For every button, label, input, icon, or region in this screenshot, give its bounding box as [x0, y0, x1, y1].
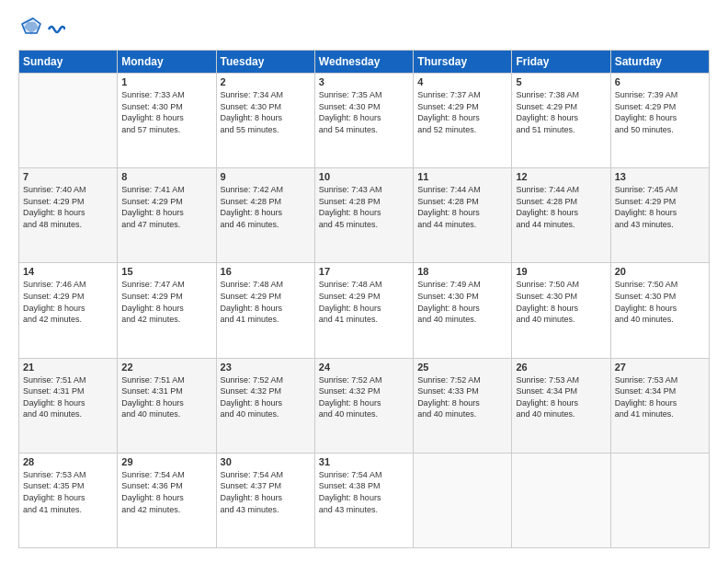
day-number: 23 — [221, 362, 311, 373]
day-cell: 13Sunrise: 7:45 AM Sunset: 4:29 PM Dayli… — [610, 168, 709, 263]
day-number: 9 — [221, 171, 311, 182]
day-info: Sunrise: 7:50 AM Sunset: 4:30 PM Dayligh… — [615, 279, 705, 325]
day-info: Sunrise: 7:48 AM Sunset: 4:29 PM Dayligh… — [319, 279, 409, 325]
day-number: 10 — [319, 171, 409, 182]
week-row-3: 14Sunrise: 7:46 AM Sunset: 4:29 PM Dayli… — [19, 263, 710, 358]
day-cell: 2Sunrise: 7:34 AM Sunset: 4:30 PM Daylig… — [216, 74, 314, 168]
header — [18, 15, 710, 40]
calendar-table: SundayMondayTuesdayWednesdayThursdayFrid… — [18, 50, 710, 548]
day-info: Sunrise: 7:52 AM Sunset: 4:32 PM Dayligh… — [221, 374, 311, 420]
week-row-5: 28Sunrise: 7:53 AM Sunset: 4:35 PM Dayli… — [19, 453, 710, 547]
day-number: 17 — [319, 266, 409, 277]
day-cell: 1Sunrise: 7:33 AM Sunset: 4:30 PM Daylig… — [118, 74, 216, 168]
day-info: Sunrise: 7:51 AM Sunset: 4:31 PM Dayligh… — [23, 374, 113, 420]
day-cell: 21Sunrise: 7:51 AM Sunset: 4:31 PM Dayli… — [19, 358, 118, 453]
day-number: 30 — [221, 456, 311, 467]
day-number: 6 — [615, 76, 705, 87]
week-row-4: 21Sunrise: 7:51 AM Sunset: 4:31 PM Dayli… — [19, 358, 710, 453]
day-cell: 3Sunrise: 7:35 AM Sunset: 4:30 PM Daylig… — [314, 74, 413, 168]
day-info: Sunrise: 7:50 AM Sunset: 4:30 PM Dayligh… — [516, 279, 606, 325]
day-number: 3 — [319, 76, 409, 87]
day-cell: 22Sunrise: 7:51 AM Sunset: 4:31 PM Dayli… — [118, 358, 216, 453]
day-number: 31 — [319, 456, 409, 467]
day-number: 19 — [516, 266, 606, 277]
header-row: SundayMondayTuesdayWednesdayThursdayFrid… — [19, 51, 710, 74]
day-number: 18 — [417, 266, 507, 277]
day-info: Sunrise: 7:47 AM Sunset: 4:29 PM Dayligh… — [121, 279, 211, 325]
day-header-saturday: Saturday — [610, 51, 709, 74]
day-number: 15 — [121, 266, 211, 277]
day-number: 8 — [121, 171, 211, 182]
day-cell: 7Sunrise: 7:40 AM Sunset: 4:29 PM Daylig… — [19, 168, 118, 263]
logo-wave-icon — [47, 22, 65, 37]
day-number: 22 — [121, 362, 211, 373]
week-row-1: 1Sunrise: 7:33 AM Sunset: 4:30 PM Daylig… — [19, 74, 710, 168]
day-header-monday: Monday — [118, 51, 216, 74]
day-info: Sunrise: 7:42 AM Sunset: 4:28 PM Dayligh… — [221, 184, 311, 230]
day-number: 24 — [319, 362, 409, 373]
day-info: Sunrise: 7:37 AM Sunset: 4:29 PM Dayligh… — [417, 89, 507, 135]
day-cell: 31Sunrise: 7:54 AM Sunset: 4:38 PM Dayli… — [314, 453, 413, 547]
day-number: 20 — [615, 266, 705, 277]
day-cell: 15Sunrise: 7:47 AM Sunset: 4:29 PM Dayli… — [118, 263, 216, 358]
day-info: Sunrise: 7:54 AM Sunset: 4:38 PM Dayligh… — [319, 469, 409, 515]
day-info: Sunrise: 7:52 AM Sunset: 4:33 PM Dayligh… — [417, 374, 507, 420]
day-cell: 18Sunrise: 7:49 AM Sunset: 4:30 PM Dayli… — [414, 263, 512, 358]
day-header-friday: Friday — [512, 51, 610, 74]
day-cell: 16Sunrise: 7:48 AM Sunset: 4:29 PM Dayli… — [216, 263, 314, 358]
day-cell: 14Sunrise: 7:46 AM Sunset: 4:29 PM Dayli… — [19, 263, 118, 358]
day-number: 11 — [417, 171, 507, 182]
day-info: Sunrise: 7:43 AM Sunset: 4:28 PM Dayligh… — [319, 184, 409, 230]
day-number: 25 — [417, 362, 507, 373]
day-info: Sunrise: 7:46 AM Sunset: 4:29 PM Dayligh… — [23, 279, 113, 325]
day-cell: 12Sunrise: 7:44 AM Sunset: 4:28 PM Dayli… — [512, 168, 610, 263]
day-info: Sunrise: 7:34 AM Sunset: 4:30 PM Dayligh… — [221, 89, 311, 135]
day-info: Sunrise: 7:49 AM Sunset: 4:30 PM Dayligh… — [417, 279, 507, 325]
day-info: Sunrise: 7:53 AM Sunset: 4:35 PM Dayligh… — [23, 469, 113, 515]
day-cell: 9Sunrise: 7:42 AM Sunset: 4:28 PM Daylig… — [216, 168, 314, 263]
day-number: 28 — [23, 456, 113, 467]
day-info: Sunrise: 7:45 AM Sunset: 4:29 PM Dayligh… — [615, 184, 705, 230]
day-cell: 4Sunrise: 7:37 AM Sunset: 4:29 PM Daylig… — [414, 74, 512, 168]
day-info: Sunrise: 7:54 AM Sunset: 4:37 PM Dayligh… — [221, 469, 311, 515]
day-info: Sunrise: 7:41 AM Sunset: 4:29 PM Dayligh… — [121, 184, 211, 230]
day-cell: 28Sunrise: 7:53 AM Sunset: 4:35 PM Dayli… — [19, 453, 118, 547]
day-number: 29 — [121, 456, 211, 467]
day-number: 2 — [221, 76, 311, 87]
day-info: Sunrise: 7:53 AM Sunset: 4:34 PM Dayligh… — [516, 374, 606, 420]
day-number: 27 — [615, 362, 705, 373]
day-header-tuesday: Tuesday — [216, 51, 314, 74]
day-number: 16 — [221, 266, 311, 277]
day-info: Sunrise: 7:51 AM Sunset: 4:31 PM Dayligh… — [121, 374, 211, 420]
day-info: Sunrise: 7:44 AM Sunset: 4:28 PM Dayligh… — [516, 184, 606, 230]
day-number: 1 — [121, 76, 211, 87]
day-cell — [19, 74, 118, 168]
day-cell: 26Sunrise: 7:53 AM Sunset: 4:34 PM Dayli… — [512, 358, 610, 453]
day-cell: 23Sunrise: 7:52 AM Sunset: 4:32 PM Dayli… — [216, 358, 314, 453]
day-number: 13 — [615, 171, 705, 182]
day-header-wednesday: Wednesday — [314, 51, 413, 74]
day-info: Sunrise: 7:54 AM Sunset: 4:36 PM Dayligh… — [121, 469, 211, 515]
day-number: 7 — [23, 171, 113, 182]
day-number: 14 — [23, 266, 113, 277]
day-cell: 10Sunrise: 7:43 AM Sunset: 4:28 PM Dayli… — [314, 168, 413, 263]
day-cell: 27Sunrise: 7:53 AM Sunset: 4:34 PM Dayli… — [610, 358, 709, 453]
day-number: 26 — [516, 362, 606, 373]
day-info: Sunrise: 7:39 AM Sunset: 4:29 PM Dayligh… — [615, 89, 705, 135]
day-number: 5 — [516, 76, 606, 87]
day-info: Sunrise: 7:40 AM Sunset: 4:29 PM Dayligh… — [23, 184, 113, 230]
day-cell: 6Sunrise: 7:39 AM Sunset: 4:29 PM Daylig… — [610, 74, 709, 168]
day-header-sunday: Sunday — [19, 51, 118, 74]
day-cell: 17Sunrise: 7:48 AM Sunset: 4:29 PM Dayli… — [314, 263, 413, 358]
day-cell: 24Sunrise: 7:52 AM Sunset: 4:32 PM Dayli… — [314, 358, 413, 453]
day-cell: 5Sunrise: 7:38 AM Sunset: 4:29 PM Daylig… — [512, 74, 610, 168]
day-cell: 20Sunrise: 7:50 AM Sunset: 4:30 PM Dayli… — [610, 263, 709, 358]
day-cell: 29Sunrise: 7:54 AM Sunset: 4:36 PM Dayli… — [118, 453, 216, 547]
day-cell — [610, 453, 709, 547]
day-info: Sunrise: 7:38 AM Sunset: 4:29 PM Dayligh… — [516, 89, 606, 135]
week-row-2: 7Sunrise: 7:40 AM Sunset: 4:29 PM Daylig… — [19, 168, 710, 263]
day-info: Sunrise: 7:48 AM Sunset: 4:29 PM Dayligh… — [221, 279, 311, 325]
day-number: 4 — [417, 76, 507, 87]
day-number: 21 — [23, 362, 113, 373]
day-info: Sunrise: 7:33 AM Sunset: 4:30 PM Dayligh… — [121, 89, 211, 135]
